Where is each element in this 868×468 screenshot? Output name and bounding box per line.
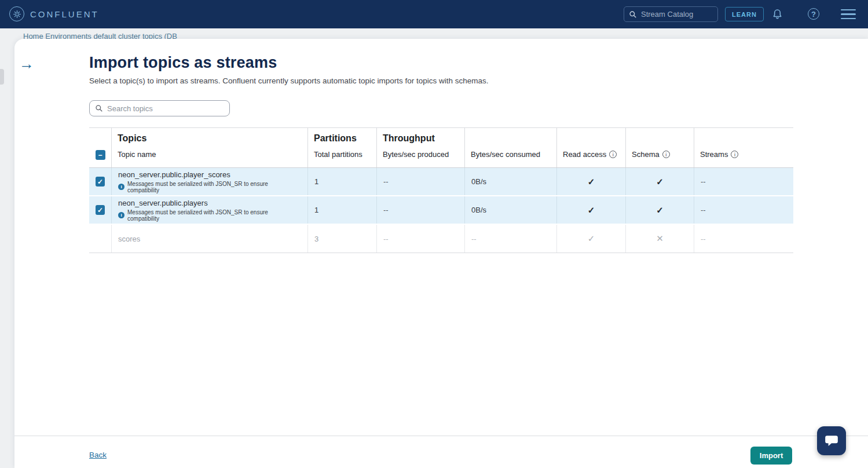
stream-catalog-input[interactable] <box>641 10 705 19</box>
read-access-check-icon: ✓ <box>588 177 595 187</box>
topic-name: neon_server.public.player_scores <box>118 170 230 179</box>
streams-value: -- <box>694 225 793 253</box>
brand-wordmark: CONFLUENT <box>30 9 99 19</box>
header-partitions: Partitions Total partitions <box>307 128 376 167</box>
produced-value: -- <box>376 225 464 253</box>
breadcrumb: Home Environments default cluster topics… <box>23 32 428 39</box>
footer-divider <box>14 436 868 436</box>
schema-cross-icon: ✕ <box>656 233 664 244</box>
search-topics-input[interactable] <box>107 104 217 113</box>
back-link[interactable]: Back <box>89 451 107 459</box>
produced-value: -- <box>376 168 464 195</box>
table-row[interactable]: ✓ neon_server.public.player_scores iMess… <box>89 168 793 196</box>
chat-bubble-icon <box>824 433 839 448</box>
table-row[interactable]: ✓ neon_server.public.players iMessages m… <box>89 196 793 225</box>
collapse-panel-arrow-icon[interactable]: → <box>19 56 34 71</box>
header-topics: Topics Topic name <box>111 128 307 167</box>
table-header: − Topics Topic name Partitions Total par… <box>89 127 793 168</box>
select-all-checkbox[interactable]: − <box>96 150 105 160</box>
streams-value: -- <box>694 168 793 195</box>
info-icon[interactable]: i <box>609 151 617 158</box>
consumed-value: -- <box>464 225 556 253</box>
header-throughput-consumed: Bytes/sec consumed <box>464 128 556 167</box>
partitions-value: 3 <box>307 225 376 253</box>
read-access-check-icon: ✓ <box>588 205 595 215</box>
header-read-access: Read accessi <box>556 128 625 167</box>
schema-check-icon: ✓ <box>656 205 664 215</box>
topic-name: neon_server.public.players <box>118 199 208 207</box>
confluent-logo-icon <box>9 6 24 21</box>
learn-button[interactable]: LEARN <box>725 7 764 21</box>
search-icon <box>629 10 637 19</box>
confluent-brand[interactable]: CONFLUENT <box>9 6 99 21</box>
schema-check-icon: ✓ <box>656 177 664 187</box>
info-icon[interactable]: i <box>662 151 670 158</box>
table-row-disabled: scores 3 -- -- ✓ ✕ -- <box>89 225 793 253</box>
collapsed-sidebar-handle <box>0 69 4 85</box>
header-schema: Schemai <box>625 128 694 167</box>
chat-widget-button[interactable] <box>817 426 846 455</box>
partitions-value: 1 <box>307 196 376 224</box>
row-checkbox[interactable]: ✓ <box>96 205 105 215</box>
notifications-bell-icon[interactable] <box>770 7 784 21</box>
top-navbar: CONFLUENT LEARN ? <box>0 0 868 28</box>
page-title: Import topics as streams <box>89 54 277 72</box>
info-icon: i <box>118 212 124 218</box>
help-icon[interactable]: ? <box>807 7 821 21</box>
hamburger-menu-icon[interactable] <box>841 9 856 19</box>
info-icon[interactable]: i <box>731 151 738 158</box>
screen: CONFLUENT LEARN ? Home Environments defa… <box>0 0 868 468</box>
topic-name: scores <box>118 235 140 243</box>
search-icon <box>95 104 103 112</box>
read-access-check-icon: ✓ <box>588 233 595 244</box>
stream-catalog-search[interactable] <box>624 6 718 22</box>
import-button[interactable]: Import <box>750 447 792 465</box>
partitions-value: 1 <box>307 168 376 195</box>
topics-table: − Topics Topic name Partitions Total par… <box>89 127 793 253</box>
header-checkbox-cell: − <box>89 128 111 167</box>
search-topics-field[interactable] <box>89 100 230 116</box>
streams-value: -- <box>694 196 793 224</box>
produced-value: -- <box>376 196 464 224</box>
consumed-value: 0B/s <box>464 168 556 195</box>
info-icon: i <box>118 184 124 190</box>
consumed-value: 0B/s <box>464 196 556 224</box>
header-streams: Streamsi <box>694 128 793 167</box>
topic-note: iMessages must be serialized with JSON_S… <box>118 209 301 222</box>
row-checkbox[interactable]: ✓ <box>96 177 105 187</box>
import-topics-panel: → Import topics as streams Select a topi… <box>14 39 868 468</box>
header-throughput-produced: Throughput Bytes/sec produced <box>376 128 464 167</box>
page-subtitle: Select a topic(s) to import as streams. … <box>89 76 489 85</box>
topic-note: iMessages must be serialized with JSON_S… <box>118 181 301 193</box>
